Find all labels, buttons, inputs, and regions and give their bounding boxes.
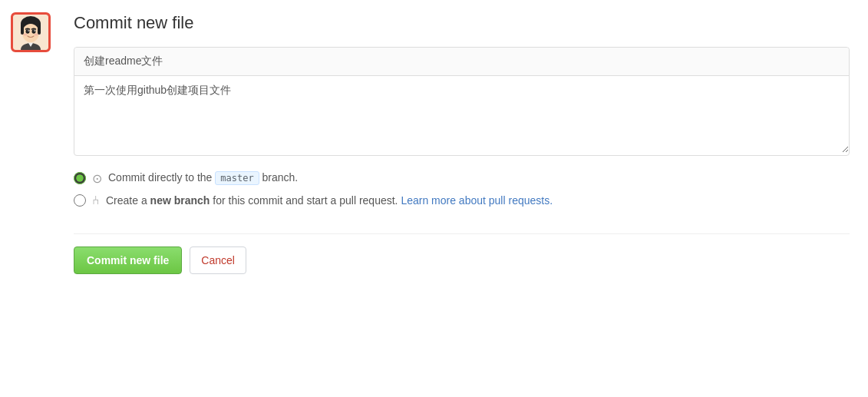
radio-new-branch[interactable] — [74, 194, 86, 207]
page-title: Commit new file — [74, 12, 850, 35]
svg-point-6 — [32, 29, 36, 34]
svg-point-10 — [35, 34, 38, 36]
commit-direct-icon: ⊙ — [92, 171, 102, 186]
avatar-col — [0, 0, 68, 397]
branch-options: ⊙ Commit directly to the master branch. … — [74, 168, 850, 218]
commit-form: 第一次使用github创建项目文件 — [74, 47, 850, 156]
branch-option-direct: ⊙ Commit directly to the master branch. — [74, 171, 850, 186]
commit-description-textarea[interactable]: 第一次使用github创建项目文件 — [74, 76, 849, 153]
pull-request-icon: ⑃ — [92, 194, 100, 207]
page-container: Commit new file 第一次使用github创建项目文件 ⊙ Comm… — [0, 0, 868, 397]
cancel-button[interactable]: Cancel — [190, 246, 246, 274]
svg-point-9 — [24, 34, 28, 36]
svg-point-5 — [26, 29, 30, 34]
main-col: Commit new file 第一次使用github创建项目文件 ⊙ Comm… — [68, 0, 868, 397]
branch-option-new: ⑃ Create a new branch for this commit an… — [74, 194, 850, 207]
commit-summary-input[interactable] — [74, 48, 849, 76]
svg-point-8 — [34, 30, 35, 31]
divider — [74, 233, 850, 234]
svg-rect-3 — [21, 24, 24, 35]
radio-commit-direct[interactable] — [74, 172, 86, 184]
avatar — [11, 12, 51, 52]
action-buttons: Commit new file Cancel — [74, 246, 850, 274]
svg-point-7 — [28, 30, 29, 31]
commit-new-file-button[interactable]: Commit new file — [74, 246, 182, 274]
commit-direct-label: Commit directly to the master branch. — [108, 171, 298, 185]
learn-more-link[interactable]: Learn more about pull requests. — [401, 194, 553, 207]
svg-rect-4 — [38, 24, 41, 35]
new-branch-label: Create a new branch for this commit and … — [106, 194, 553, 207]
svg-point-2 — [22, 24, 39, 42]
master-badge: master — [215, 171, 259, 185]
